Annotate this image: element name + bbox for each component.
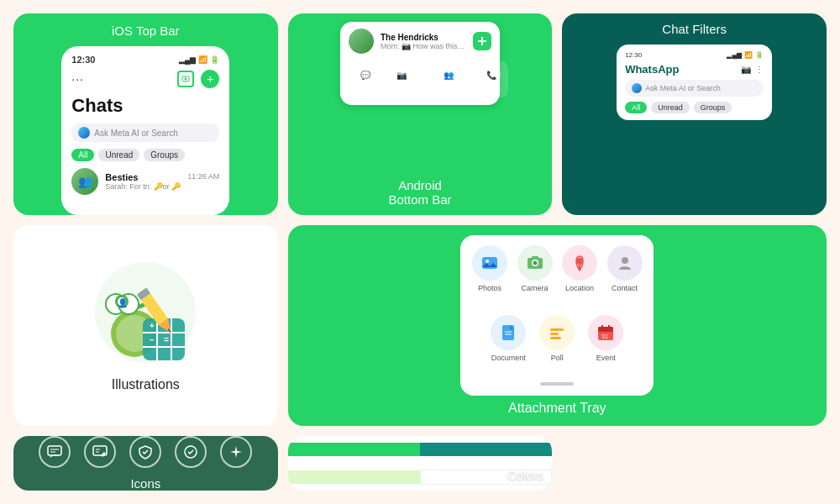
cf-status-icons: ▂▄▆ 📶 🔋 [727, 51, 764, 59]
att-poll[interactable]: Poll [536, 315, 578, 362]
cf-app-name: WhatsApp [625, 63, 679, 76]
android-tab-calls[interactable]: 📞 Calls [482, 66, 501, 93]
attachment-tray-mockup: Photos Camera Location [460, 235, 654, 396]
color-swatch-light-green [288, 470, 420, 484]
illustrations-label: Illustrations [112, 377, 180, 392]
att-contact[interactable]: Contact [606, 245, 644, 292]
battery-icon: 🔋 [210, 55, 219, 64]
att-event[interactable]: 31 Event [585, 315, 627, 362]
att-camera[interactable]: Camera [516, 245, 554, 292]
poll-icon [539, 315, 575, 350]
cf-card-title: Chat Filters [570, 22, 818, 36]
svg-rect-38 [502, 325, 514, 340]
icons-card-label: Icons [130, 476, 160, 491]
android-tab-communities[interactable]: 👥 Communities [428, 66, 468, 93]
android-tab-bar: 💬 Chats 📷 Updates 👥 Communities 📞 Calls [349, 60, 508, 98]
attachment-grid-row2: Document Poll 31 Event [470, 315, 643, 362]
icons-card: Icons [13, 436, 278, 491]
colors-card: Colors [288, 436, 553, 491]
updates-tab-icon: 📷 [392, 66, 411, 84]
event-icon: 31 [588, 315, 623, 350]
android-tab-chats[interactable]: 💬 Chats [356, 66, 375, 93]
main-grid: iOS Top Bar 12:30 ▂▄▆ 📶 🔋 ··· + [13, 13, 827, 491]
icons-row [39, 436, 252, 468]
android-bottom-bar-card: The Hendricks Mom: 📷 How was this 10 yrs… [288, 13, 553, 215]
cf-signal: ▂▄▆ [727, 51, 742, 59]
svg-point-34 [533, 260, 537, 265]
chat-filters-card: Chat Filters 12:30 ▂▄▆ 📶 🔋 WhatsApp 📷 ⋮ [562, 13, 827, 215]
filter-unread[interactable]: Unread [98, 149, 139, 161]
document-label: Document [491, 354, 526, 362]
chat-name: Besties [105, 172, 138, 182]
svg-text:=: = [164, 335, 169, 344]
colors-card-label: Colors [507, 468, 543, 482]
svg-point-37 [622, 257, 628, 264]
svg-rect-42 [550, 333, 559, 335]
svg-rect-23 [48, 446, 61, 455]
chats-heading: Chats [71, 95, 219, 117]
chats-tab-icon: 💬 [356, 66, 375, 84]
photos-label: Photos [478, 284, 501, 292]
ios-card-title: iOS Top Bar [24, 24, 268, 38]
color-swatch-dark-green [420, 443, 552, 456]
android-card-title: AndroidBottom Bar [388, 178, 451, 207]
verified-icon [175, 436, 207, 468]
signal-icon: ▂▄▆ [179, 55, 196, 64]
calls-tab-icon: 📞 [482, 66, 501, 84]
filter-groups[interactable]: Groups [144, 149, 185, 161]
location-label: Location [565, 284, 594, 292]
ios-top-bar-card: iOS Top Bar 12:30 ▂▄▆ 📶 🔋 ··· + [13, 13, 278, 215]
android-chat-info: The Hendricks Mom: 📷 How was this 10 yrs… [381, 33, 466, 50]
ios-phone-mockup: 12:30 ▂▄▆ 📶 🔋 ··· + Chats As [61, 46, 229, 215]
svg-rect-45 [598, 327, 613, 332]
cf-filter-unread[interactable]: Unread [651, 102, 690, 113]
cf-battery: 🔋 [755, 51, 764, 59]
android-tab-updates[interactable]: 📷 Updates [389, 66, 414, 93]
chat-list-item[interactable]: 👥 Besties 11:26 AM Sarah: For tn: 🔑or 🔑 [71, 168, 219, 195]
camera-icon[interactable] [177, 71, 194, 87]
att-document[interactable]: Document [487, 315, 529, 362]
bottom-handle [540, 382, 574, 386]
cf-phone-mockup: 12:30 ▂▄▆ 📶 🔋 WhatsApp 📷 ⋮ Ask Meta AI o… [617, 45, 772, 120]
new-chat-button[interactable]: + [201, 70, 219, 88]
svg-rect-43 [550, 337, 561, 339]
ios-status-bar: 12:30 ▂▄▆ 📶 🔋 [71, 55, 219, 65]
cf-search-bar[interactable]: Ask Meta AI or Search [625, 80, 764, 97]
cf-more-icon[interactable]: ⋮ [755, 65, 764, 74]
cf-app-icons: 📷 ⋮ [741, 65, 764, 74]
att-photos[interactable]: Photos [470, 245, 509, 292]
ios-time: 12:30 [71, 55, 95, 65]
att-location[interactable]: Location [560, 245, 599, 292]
more-icon[interactable]: ··· [71, 72, 84, 86]
location-icon [562, 245, 597, 281]
illustrations-card: + × − = 👤 Illustrations [13, 225, 278, 427]
attachment-tray-label: Attachment Tray [508, 401, 606, 416]
communities-tab-icon: 👥 [439, 66, 458, 84]
ios-status-icons: ▂▄▆ 📶 🔋 [179, 55, 219, 64]
filter-all[interactable]: All [71, 149, 94, 161]
svg-text:+: + [150, 321, 155, 330]
svg-text:31: 31 [601, 333, 608, 339]
ios-search-bar[interactable]: Ask Meta AI or Search [71, 123, 219, 142]
svg-text:👤: 👤 [118, 297, 129, 308]
cf-filter-groups[interactable]: Groups [694, 102, 732, 113]
contact-label: Contact [612, 284, 638, 292]
android-chat-name: The Hendricks [381, 33, 466, 42]
cf-cam-icon[interactable]: 📷 [741, 65, 751, 74]
svg-point-31 [486, 260, 489, 263]
cf-meta-ai-icon [632, 83, 642, 93]
cf-filter-all[interactable]: All [625, 102, 647, 113]
avatar: 👥 [71, 168, 98, 195]
edit-icon [84, 436, 116, 468]
svg-point-1 [185, 78, 187, 81]
event-label: Event [596, 354, 616, 362]
svg-rect-35 [532, 256, 538, 259]
cf-filter-chips: All Unread Groups [625, 102, 764, 113]
cf-time: 12:30 [625, 51, 642, 59]
chat-time: 11:26 AM [187, 172, 219, 182]
cf-status-bar: 12:30 ▂▄▆ 📶 🔋 [625, 51, 764, 59]
android-new-chat-button[interactable] [473, 32, 491, 50]
attachment-grid-row1: Photos Camera Location [470, 245, 643, 292]
meta-ai-icon [78, 127, 90, 139]
document-icon [491, 315, 526, 350]
